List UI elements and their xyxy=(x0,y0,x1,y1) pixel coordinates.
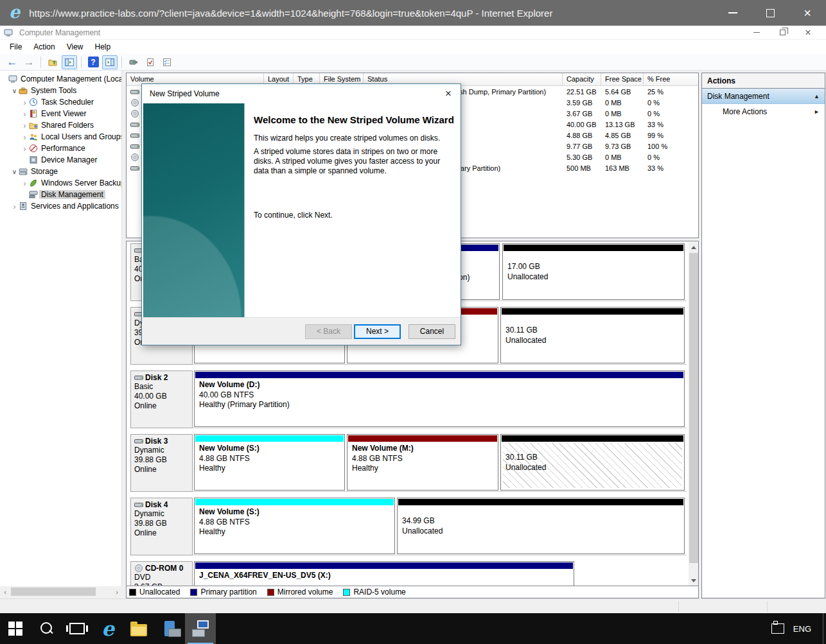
legend-item-unallocated: Unallocated xyxy=(129,587,180,596)
collapse-caret-icon[interactable]: ▲ xyxy=(814,93,820,100)
partition[interactable]: New Volume (S:)4.88 GB NTFSHealthy xyxy=(194,434,345,491)
menu-help[interactable]: Help xyxy=(89,40,117,53)
wizard-close-icon[interactable]: × xyxy=(441,87,455,101)
forward-icon[interactable]: → xyxy=(21,55,37,69)
ie-titlebar[interactable]: e https://www.practice-labs.com/?client=… xyxy=(0,0,826,26)
action-pane-toggle-icon[interactable] xyxy=(102,55,118,69)
scroll-right-icon[interactable]: › xyxy=(112,588,122,596)
volume-cell-free-space: 0 MB xyxy=(601,152,644,162)
partition-size: 40.00 GB NTFS xyxy=(199,390,680,401)
ie-maximize-button[interactable] xyxy=(751,0,789,26)
taskbar-start-icon[interactable] xyxy=(0,613,31,644)
menu-action[interactable]: Action xyxy=(28,40,60,53)
ie-minimize-button[interactable] xyxy=(714,0,751,26)
chevron-right-icon[interactable]: › xyxy=(21,178,29,188)
back-icon[interactable]: ← xyxy=(4,55,20,69)
unallocated-region[interactable]: 30.11 GBUnallocated xyxy=(500,434,685,491)
scrollbar-thumb[interactable] xyxy=(11,587,96,596)
tree-item-storage[interactable]: ∨Storage xyxy=(0,166,121,177)
scroll-left-icon[interactable]: ‹ xyxy=(0,588,10,596)
show-desktop-button[interactable] xyxy=(823,613,823,644)
disk-label-disk-2[interactable]: Disk 2Basic40.00 GBOnline xyxy=(130,370,193,428)
disk-label-disk-4[interactable]: Disk 4Dynamic39.88 GBOnline xyxy=(130,498,193,555)
wizard-titlebar[interactable]: New Striped Volume × xyxy=(142,84,461,103)
computer-management-window-icon xyxy=(4,28,14,37)
disk-vertical-scrollbar[interactable] xyxy=(689,242,699,586)
tree-item-disk-management[interactable]: Disk Management xyxy=(0,189,121,200)
taskbar-file-explorer-icon[interactable] xyxy=(123,613,154,644)
unallocated-region[interactable]: 17.00 GBUnallocated xyxy=(502,243,685,300)
tree-item-device-manager[interactable]: Device Manager xyxy=(0,154,121,166)
cm-minimize-button[interactable] xyxy=(744,26,769,39)
column-header-free-space[interactable]: Free Space xyxy=(601,73,644,85)
partition[interactable]: New Volume (D:)40.00 GB NTFSHealthy (Pri… xyxy=(194,370,685,427)
chevron-right-icon[interactable]: › xyxy=(21,121,29,130)
partition-status: Healthy (Primary Partition) xyxy=(199,400,680,410)
menu-file[interactable]: File xyxy=(4,40,28,53)
scroll-up-icon[interactable] xyxy=(689,242,699,252)
next-button[interactable]: Next > xyxy=(354,324,401,339)
console-tree-toggle-icon[interactable] xyxy=(62,55,77,69)
scroll-down-icon[interactable] xyxy=(689,575,699,586)
help-icon[interactable]: ? xyxy=(85,55,101,69)
tree-item-event-viewer[interactable]: ›Event Viewer xyxy=(0,108,121,119)
tree-item-task-scheduler[interactable]: ›Task Scheduler xyxy=(0,96,121,108)
tree-item-local-users-and-groups[interactable]: ›Local Users and Groups xyxy=(0,131,121,143)
toolbar-separator xyxy=(40,57,41,68)
cm-close-button[interactable]: × xyxy=(795,26,821,39)
cm-titlebar[interactable]: Computer Management × xyxy=(0,26,826,40)
partition[interactable]: J_CENA_X64FREV_EN-US_DV5 (X:) xyxy=(194,561,574,586)
cm-restore-button[interactable] xyxy=(769,26,795,39)
taskbar-task-view-icon[interactable] xyxy=(62,613,92,644)
unallocated-size: 17.00 GB xyxy=(507,262,680,272)
partition[interactable]: New Volume (S:)4.88 GB NTFSHealthy xyxy=(194,498,395,554)
taskbar-search-icon[interactable] xyxy=(31,613,62,644)
ie-close-button[interactable]: × xyxy=(789,0,826,26)
chevron-right-icon[interactable]: › xyxy=(10,202,19,211)
unallocated-size: 30.11 GB xyxy=(505,326,680,336)
legend-item-primary-partition: Primary partition xyxy=(190,587,256,596)
volume-cell-free: 100 % xyxy=(644,141,699,152)
tree-item-windows-server-backup[interactable]: ›Windows Server Backup xyxy=(0,177,121,189)
tree-item-performance[interactable]: ›Performance xyxy=(0,143,121,154)
menu-view[interactable]: View xyxy=(61,40,89,53)
tree-item-services-and-applications[interactable]: ›Services and Applications xyxy=(0,200,121,212)
taskbar-internet-explorer-icon[interactable]: e xyxy=(92,613,123,644)
chevron-right-icon[interactable]: › xyxy=(21,144,29,153)
actions-group-disk-management[interactable]: Disk Management ▲ xyxy=(702,89,825,104)
wizard-body: Welcome to the New Striped Volume Wizard… xyxy=(245,103,459,318)
partition-size: 4.88 GB NTFS xyxy=(199,454,340,464)
back-button[interactable]: < Back xyxy=(305,324,352,339)
unallocated-region[interactable]: 34.99 GBUnallocated xyxy=(397,498,685,554)
more-actions-item[interactable]: More Actions ► xyxy=(702,104,825,119)
column-header-free[interactable]: % Free xyxy=(644,73,699,85)
chevron-down-icon[interactable]: ∨ xyxy=(10,87,19,94)
disk-attribute: Online xyxy=(134,401,192,411)
chevron-right-icon[interactable]: › xyxy=(21,98,29,107)
disk-attribute: 39.88 GB xyxy=(134,519,192,528)
tree-item-computer-management-local[interactable]: Computer Management (Local xyxy=(0,73,121,85)
tree-horizontal-scrollbar[interactable]: ‹ › xyxy=(0,586,122,597)
unallocated-region[interactable]: 30.11 GBUnallocated xyxy=(500,307,685,363)
cancel-button[interactable]: Cancel xyxy=(409,324,455,339)
tree-item-label: Event Viewer xyxy=(39,109,88,118)
taskbar-server-manager-icon[interactable] xyxy=(154,613,185,644)
partition[interactable]: New Volume (M:)4.88 GB NTFSHealthy xyxy=(347,434,498,491)
chevron-right-icon[interactable]: › xyxy=(21,132,29,142)
rescan-icon[interactable] xyxy=(143,55,158,69)
taskbar-computer-management-icon[interactable] xyxy=(185,613,216,644)
disk-label-cd-rom-0[interactable]: CD-ROM 0DVD3.67 GB xyxy=(130,561,193,586)
tree-item-system-tools[interactable]: ∨System Tools xyxy=(0,85,121,96)
column-header-capacity[interactable]: Capacity xyxy=(563,73,601,85)
network-icon[interactable] xyxy=(771,623,784,634)
chevron-right-icon[interactable]: › xyxy=(21,109,29,119)
scrollbar-thumb[interactable] xyxy=(689,253,698,563)
chevron-down-icon[interactable]: ∨ xyxy=(10,168,19,175)
view-list-icon[interactable] xyxy=(159,55,175,69)
volume-cell-free-space: 4.85 GB xyxy=(601,130,644,141)
device-icon[interactable] xyxy=(126,55,141,69)
tree-item-shared-folders[interactable]: ›Shared Folders xyxy=(0,119,121,131)
language-indicator[interactable]: ENG xyxy=(793,624,811,634)
disk-label-disk-3[interactable]: Disk 3Dynamic39.88 GBOnline xyxy=(130,434,193,492)
folder-export-icon[interactable] xyxy=(45,55,60,69)
